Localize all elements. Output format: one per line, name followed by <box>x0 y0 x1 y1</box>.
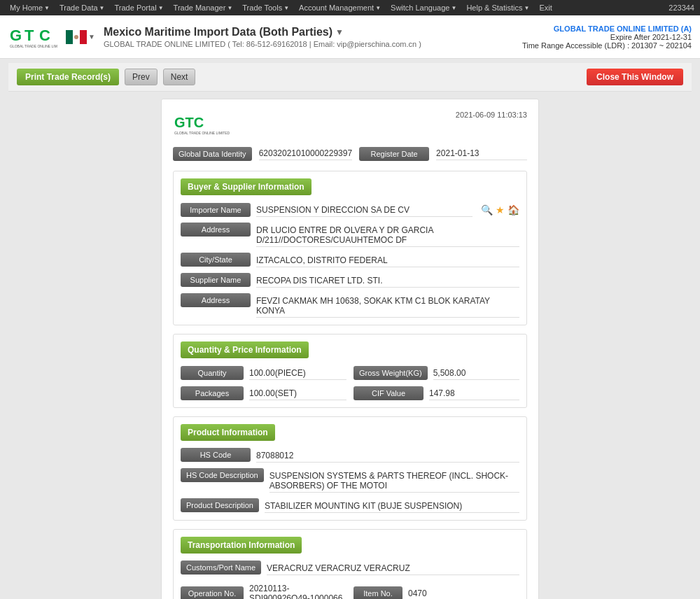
prev-button[interactable]: Prev <box>125 69 158 85</box>
mexico-flag <box>66 30 87 44</box>
global-data-identity-label: Global Data Identity <box>173 147 252 161</box>
quantity-label: Quantity <box>181 366 244 380</box>
card-header: GTC GLOBAL TRADE ONLINE LIMITED 2021-06-… <box>173 111 527 139</box>
importer-action-icons: 🔍 ★ 🏠 <box>481 204 519 216</box>
header-title-area: Mexico Maritime Import Data (Both Partie… <box>104 26 514 48</box>
svg-text:C: C <box>39 27 50 44</box>
hs-code-description-value: SUSPENSION SYSTEMS & PARTS THEREOF (INCL… <box>270 468 519 493</box>
customs-port-row: Customs/Port Name VERACRUZ VERACRUZ VERA… <box>181 561 519 575</box>
star-icon[interactable]: ★ <box>496 204 505 216</box>
svg-text:T: T <box>24 27 34 44</box>
importer-name-label: Importer Name <box>181 203 251 217</box>
chevron-down-icon: ▼ <box>44 5 50 11</box>
operation-item-row: Operation No. 20210113-SDI900926Q49-1000… <box>181 581 519 599</box>
hs-code-value: 87088012 <box>256 448 519 463</box>
close-window-button[interactable]: Close This Window <box>587 69 683 85</box>
nav-trade-data[interactable]: Trade Data ▼ <box>55 0 109 15</box>
packages-label: Packages <box>181 386 244 400</box>
nav-trade-tools[interactable]: Trade Tools ▼ <box>238 0 293 15</box>
product-title: Product Information <box>181 424 275 441</box>
nav-my-home[interactable]: My Home ▼ <box>6 0 54 15</box>
nav-trade-manager[interactable]: Trade Manager ▼ <box>169 0 237 15</box>
top-nav: My Home ▼ Trade Data ▼ Trade Portal ▼ Tr… <box>0 0 700 15</box>
transportation-section: Transportation Information Customs/Port … <box>173 529 527 599</box>
city-state-value: IZTACALCO, DISTRITO FEDERAL <box>256 253 519 267</box>
gross-weight-value: 5,508.00 <box>433 365 519 380</box>
register-date-value: 2021-01-13 <box>436 148 527 160</box>
register-date-label: Register Date <box>359 147 429 161</box>
cif-col: CIF Value 147.98 <box>354 386 519 400</box>
chevron-down-icon: ▼ <box>99 5 105 11</box>
product-description-value: STABILIZER MOUNTING KIT (BUJE SUSPENSION… <box>265 498 519 513</box>
svg-point-8 <box>74 35 78 39</box>
importer-name-value: SUSPENSION Y DIRECCION SA DE CV <box>256 202 472 217</box>
operation-col: Operation No. 20210113-SDI900926Q49-1000… <box>181 581 346 599</box>
customs-port-value: VERACRUZ VERACRUZ VERACRUZ <box>267 561 519 575</box>
svg-text:GLOBAL TRADE ONLINE LIMITED: GLOBAL TRADE ONLINE LIMITED <box>10 44 57 48</box>
nav-account-management[interactable]: Account Management ▼ <box>295 0 385 15</box>
search-icon[interactable]: 🔍 <box>481 204 493 216</box>
quantity-price-section: Quantity & Price Information Quantity 10… <box>173 334 527 408</box>
address-row-2: Address FEVZI CAKMAK MH 10638, SOKAK KTM… <box>181 293 519 318</box>
user-code: 223344 <box>668 3 694 12</box>
svg-rect-5 <box>66 30 73 44</box>
supplier-name-label: Supplier Name <box>181 273 251 287</box>
importer-name-row: Importer Name SUSPENSION Y DIRECCION SA … <box>181 202 519 217</box>
cif-value-label: CIF Value <box>354 386 424 400</box>
quantity-price-title: Quantity & Price Information <box>181 341 309 358</box>
nav-exit[interactable]: Exit <box>535 0 556 15</box>
cif-value: 147.98 <box>429 386 519 400</box>
title-dropdown-icon[interactable]: ▼ <box>335 27 344 37</box>
card-logo: GTC GLOBAL TRADE ONLINE LIMITED <box>173 111 236 139</box>
chevron-down-icon: ▼ <box>524 5 529 11</box>
home-icon[interactable]: 🏠 <box>507 204 519 216</box>
flag-area[interactable]: ▼ <box>66 30 95 44</box>
logo-area: G T C GLOBAL TRADE ONLINE LIMITED <box>8 21 57 52</box>
nav-help-statistics[interactable]: Help & Statistics ▼ <box>462 0 533 15</box>
supplier-name-row: Supplier Name RECOPA DIS TICARET LTD. ST… <box>181 273 519 288</box>
product-description-label: Product Description <box>181 498 259 512</box>
expire-date: Expire After 2021-12-31 <box>522 33 692 41</box>
city-state-row: City/State IZTACALCO, DISTRITO FEDERAL <box>181 253 519 267</box>
svg-text:G: G <box>10 27 22 44</box>
chevron-down-icon: ▼ <box>227 5 232 11</box>
packages-value: 100.00(SET) <box>249 386 346 400</box>
nav-items: My Home ▼ Trade Data ▼ Trade Portal ▼ Tr… <box>6 0 556 15</box>
address-label-1: Address <box>181 223 251 237</box>
card-datetime: 2021-06-09 11:03:13 <box>456 111 527 119</box>
item-no-value: 0470 <box>408 586 519 599</box>
packages-cif-row: Packages 100.00(SET) CIF Value 147.98 <box>181 386 519 400</box>
quantity-value: 100.00(PIECE) <box>249 365 346 380</box>
flag-dropdown-arrow: ▼ <box>88 33 95 41</box>
svg-text:GTC: GTC <box>174 115 204 130</box>
address-label-2: Address <box>181 293 251 307</box>
main-content: Print Trade Record(s) Prev Next Close Th… <box>0 59 700 599</box>
transportation-title: Transportation Information <box>181 537 302 554</box>
operation-no-label: Operation No. <box>181 586 244 600</box>
item-no-col: Item No. 0470 <box>354 581 519 599</box>
chevron-down-icon: ▼ <box>284 5 289 11</box>
product-description-row: Product Description STABILIZER MOUNTING … <box>181 498 519 513</box>
quantity-gross-row: Quantity 100.00(PIECE) Gross Weight(KG) … <box>181 365 519 380</box>
hs-code-description-row: HS Code Description SUSPENSION SYSTEMS &… <box>181 468 519 493</box>
chevron-down-icon: ▼ <box>375 5 381 11</box>
gross-weight-label: Gross Weight(KG) <box>354 366 428 380</box>
header-right: GLOBAL TRADE ONLINE LIMITED (A) Expire A… <box>522 24 692 50</box>
content-card: GTC GLOBAL TRADE ONLINE LIMITED 2021-06-… <box>161 99 539 599</box>
chevron-down-icon: ▼ <box>158 5 164 11</box>
print-record-button[interactable]: Print Trade Record(s) <box>17 69 119 85</box>
gross-weight-col: Gross Weight(KG) 5,508.00 <box>354 365 519 380</box>
next-button[interactable]: Next <box>163 69 196 85</box>
nav-trade-portal[interactable]: Trade Portal ▼ <box>111 0 168 15</box>
customs-port-label: Customs/Port Name <box>181 561 261 575</box>
item-no-label: Item No. <box>354 586 402 600</box>
address-row-1: Address DR LUCIO ENTRE DR OLVERA Y DR GA… <box>181 223 519 247</box>
logo-img: G T C GLOBAL TRADE ONLINE LIMITED <box>8 21 57 52</box>
packages-col: Packages 100.00(SET) <box>181 386 346 400</box>
svg-text:GLOBAL TRADE ONLINE LIMITED: GLOBAL TRADE ONLINE LIMITED <box>174 131 230 135</box>
global-data-identity-value: 62032021010000229397 <box>259 148 352 160</box>
hs-code-label: HS Code <box>181 448 251 462</box>
identity-row: Global Data Identity 6203202101000022939… <box>173 147 527 161</box>
nav-switch-language[interactable]: Switch Language ▼ <box>386 0 461 15</box>
page-title: Mexico Maritime Import Data (Both Partie… <box>104 26 514 38</box>
